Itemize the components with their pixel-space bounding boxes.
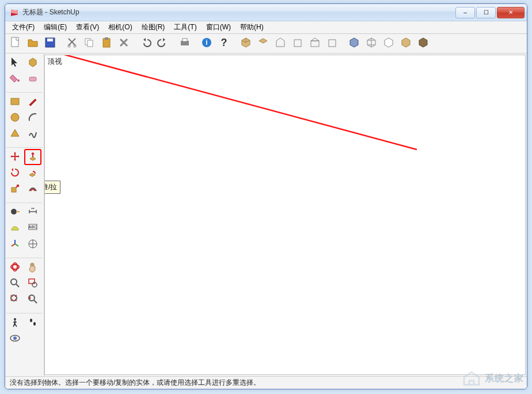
paint-tool[interactable] [6,71,24,87]
save-button[interactable] [42,36,58,52]
window-title: 无标题 - SketchUp [22,7,79,17]
circle-tool[interactable] [6,110,24,126]
redo-icon [157,36,169,51]
eraser-tool[interactable] [24,71,41,87]
menu-edit[interactable]: 编辑(E) [39,21,71,33]
redo-button[interactable] [155,36,171,52]
zoom-extents-tool[interactable] [6,292,24,308]
position-camera-tool[interactable] [6,315,24,331]
xray-cube-icon [348,36,360,51]
menu-camera[interactable]: 相机(O) [104,21,136,33]
make-component-tool[interactable] [24,55,41,71]
menu-help[interactable]: 帮助(H) [235,21,268,33]
hidden-line-button[interactable] [381,36,397,52]
line-tool[interactable] [24,94,41,110]
move-tool[interactable] [6,149,24,165]
menubar: 文件(F) 编辑(E) 查看(V) 相机(O) 绘图(R) 工具(T) 窗口(W… [5,21,527,34]
shaded-button[interactable] [398,36,414,52]
dimension-tool[interactable]: ** [24,204,41,220]
model-viewport[interactable]: 顶视 推/拉 [44,55,526,375]
top-view-button[interactable] [255,36,271,52]
delete-button[interactable] [116,36,132,52]
tape-icon [9,206,21,219]
move-icon [9,151,21,164]
texture-cube-icon [417,36,430,51]
3d-text-tool[interactable] [24,236,41,253]
printer-icon [178,36,191,51]
text-tool[interactable]: ABC [24,220,41,236]
maximize-button[interactable]: ☐ [476,7,496,18]
axes-tool[interactable] [6,236,24,253]
copy-icon [83,36,96,51]
zoom-tool[interactable] [6,276,24,292]
print-button[interactable] [177,36,193,52]
house-back-icon [309,36,321,51]
eye-icon [9,332,21,346]
view-label: 顶视 [47,56,62,67]
rotate-tool[interactable] [6,165,24,181]
titlebar: 无标题 - SketchUp – ☐ ✕ [5,4,527,21]
xray-button[interactable] [346,36,362,52]
polygon-tool[interactable] [6,126,24,142]
shaded-texture-button[interactable] [415,36,431,52]
svg-rect-16 [294,40,301,47]
svg-rect-25 [16,211,20,212]
previous-view-tool[interactable] [24,292,41,308]
look-around-tool[interactable] [6,331,24,347]
back-view-button[interactable] [307,36,323,52]
pencil-icon [27,95,39,109]
wireframe-button[interactable] [363,36,379,52]
svg-point-24 [11,209,17,215]
shaded-cube-icon [400,36,412,51]
paste-button[interactable] [98,36,115,52]
menu-file[interactable]: 文件(F) [7,21,39,33]
cut-button[interactable] [64,36,80,52]
protractor-tool[interactable] [6,220,24,236]
left-view-button[interactable] [324,36,340,52]
clipboard-icon [100,36,113,51]
eraser-icon [27,72,39,86]
copy-button[interactable] [81,36,97,52]
freehand-tool[interactable] [24,126,41,142]
svg-point-38 [30,319,32,322]
arc-tool[interactable] [24,110,41,126]
menu-view[interactable]: 查看(V) [71,21,104,33]
minimize-button[interactable]: – [455,7,475,18]
svg-rect-10 [105,37,108,40]
zoom-window-tool[interactable] [24,276,41,292]
push-pull-icon [27,151,39,164]
previous-view-icon [27,293,39,307]
front-view-button[interactable] [272,36,288,52]
statusbar: 没有选择到物体。选择一个要移动/复制的实体，或请使用选择工具进行多重选择。 [5,376,527,389]
help-button[interactable]: ? [216,36,232,52]
walk-tool[interactable] [24,315,41,331]
file-icon [9,36,22,51]
menu-draw[interactable]: 绘图(R) [137,21,170,33]
iso-view-button[interactable] [238,36,254,52]
offset-tool[interactable] [24,181,41,197]
model-info-button[interactable]: i [199,36,215,52]
svg-point-22 [11,113,19,121]
section-tool[interactable] [24,331,41,347]
freehand-icon [27,128,39,141]
arc-icon [27,112,39,125]
menu-tools[interactable]: 工具(T) [169,21,201,33]
right-view-button[interactable] [290,36,306,52]
menu-window[interactable]: 窗口(W) [202,21,235,33]
scale-tool[interactable] [6,181,24,197]
push-pull-tool[interactable] [24,149,41,165]
undo-button[interactable] [138,36,154,52]
orbit-tool[interactable] [6,259,24,276]
protractor-icon [9,222,21,235]
select-tool[interactable] [6,55,24,71]
close-button[interactable]: ✕ [497,7,525,18]
pan-tool[interactable] [24,259,41,276]
tape-tool[interactable] [6,204,24,220]
rectangle-tool[interactable] [6,94,24,110]
svg-rect-4 [47,39,53,41]
rotate-icon [9,167,21,180]
follow-me-tool[interactable] [24,165,41,181]
new-button[interactable] [7,36,24,52]
svg-rect-23 [12,188,16,192]
open-button[interactable] [25,36,41,52]
